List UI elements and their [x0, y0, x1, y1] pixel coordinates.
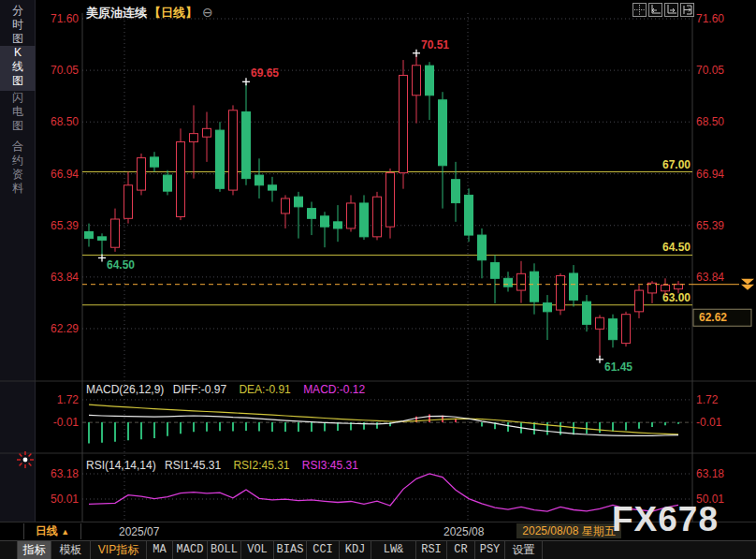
candle-up	[635, 285, 644, 318]
tab-kdj[interactable]: KDJ	[340, 541, 371, 559]
candle-down	[583, 295, 591, 331]
tab-settings[interactable]: 设置	[505, 541, 543, 559]
tab-rsi[interactable]: RSI	[416, 541, 447, 559]
candle-down	[216, 122, 225, 192]
candle-down	[531, 263, 539, 314]
time-tick-aug: 2025/08	[443, 525, 484, 538]
price-axis-label-right: 65.39	[696, 219, 724, 232]
tab-vol[interactable]: VOL	[241, 541, 274, 559]
rsi-axis-label-right: 50.01	[696, 493, 724, 506]
candle-up	[138, 154, 146, 195]
instrument-title: 美原油连续	[86, 6, 147, 20]
candle-down	[504, 272, 513, 291]
extreme-cross-icon	[242, 78, 250, 85]
period-label: 日线	[36, 524, 58, 537]
price-annotation: 70.51	[421, 38, 449, 51]
candle-down	[609, 315, 618, 348]
chart-canvas[interactable]: 71.6070.0568.5066.9465.3963.8462.2971.60…	[0, 0, 756, 559]
chart-title-bar: 美原油连续【日线】⊖	[86, 5, 213, 22]
scroll-to-latest-icon[interactable]	[741, 285, 754, 290]
tab-boll[interactable]: BOLL	[208, 541, 241, 559]
candle-down	[308, 202, 316, 236]
rsi-axis-label-right: 63.18	[696, 467, 724, 480]
tab-vip-indicator[interactable]: VIP指标	[91, 541, 147, 559]
price-level-label: 64.50	[662, 241, 691, 254]
time-axis-row: 日线 ▲ 2025/07 2025/08 2025/08/08 星期五	[0, 522, 756, 540]
zoom-out-icon[interactable]: ⊖	[202, 5, 213, 20]
extreme-cross-icon	[596, 356, 603, 363]
macd-diff-value: DIFF:-0.97	[173, 383, 226, 396]
tab-psy[interactable]: PSY	[475, 541, 505, 559]
tab-indicator[interactable]: 指标	[17, 541, 51, 559]
price-annotation: 64.50	[107, 258, 135, 272]
period-tag: 【日线】	[149, 6, 197, 20]
rsi-name-label: RSI(14,14,14)	[86, 459, 156, 472]
candle-down	[452, 162, 460, 222]
macd-axis-label-left: 1.72	[57, 393, 80, 406]
candle-down	[478, 228, 487, 278]
tab-bias[interactable]: BIAS	[274, 541, 307, 559]
price-axis-label-left: 62.29	[51, 322, 79, 335]
macd-axis-label-right: 1.72	[696, 393, 719, 406]
candle-up	[111, 209, 120, 252]
macd-macd-value: MACD:-0.12	[303, 383, 365, 396]
price-axis-label-right: 66.94	[696, 168, 724, 181]
macd-name-label: MACD(26,12,9)	[86, 383, 164, 396]
tab-lwr[interactable]: LW&	[371, 541, 416, 559]
crosshair-icon[interactable]	[632, 3, 647, 17]
macd-axis-label-right: -0.01	[696, 416, 722, 429]
rsi3-value: RSI3:45.31	[302, 459, 358, 472]
candle-up	[373, 192, 382, 241]
candle-down	[321, 212, 329, 247]
candle-up	[203, 112, 211, 162]
candle-down	[491, 255, 500, 303]
axis-scale-left-icon[interactable]	[648, 3, 662, 17]
price-axis-label-left: 71.60	[51, 12, 79, 25]
price-axis-label-left: 63.84	[51, 271, 79, 284]
scroll-to-latest-icon[interactable]	[741, 279, 754, 285]
period-arrow-icon: ▲	[61, 527, 69, 537]
candle-up	[347, 195, 356, 231]
candle-down	[465, 188, 473, 242]
macd-diff-line	[89, 415, 678, 435]
macd-dea-value: DEA:-0.91	[239, 383, 290, 396]
rsi2-value: RSI2:45.31	[233, 459, 289, 472]
axis-scale-right-icon[interactable]	[664, 3, 678, 17]
period-selector[interactable]: 日线 ▲	[23, 523, 81, 539]
price-axis-label-right: 63.84	[696, 271, 724, 284]
candle-down	[164, 170, 172, 196]
candle-up	[229, 105, 238, 195]
current-date-label: 2025/08/08 星期五	[516, 523, 621, 538]
candle-up	[190, 105, 198, 178]
pane-shift-icon[interactable]	[680, 3, 694, 17]
candle-down	[439, 92, 447, 208]
candle-up	[386, 169, 395, 239]
candle-down	[151, 152, 159, 171]
tab-macd[interactable]: MACD	[173, 541, 208, 559]
candle-down	[426, 62, 434, 120]
candle-down	[98, 233, 107, 255]
price-axis-label-left: 70.05	[51, 64, 79, 77]
rsi-line	[89, 474, 678, 511]
candle-down	[255, 158, 264, 199]
indicator-tab-bar: 指标模板VIP指标MAMACDBOLLVOLBIASCCIKDJLW&RSICR…	[0, 540, 756, 559]
candle-down	[85, 224, 94, 247]
tab-cci[interactable]: CCI	[307, 541, 340, 559]
macd-axis-label-left: -0.01	[53, 416, 80, 429]
price-axis-label-left: 65.39	[51, 219, 79, 232]
app-window: 分时图K线图闪电图合约资料 71.6070.0568.5066.9465.396…	[0, 0, 756, 559]
candle-down	[334, 205, 342, 242]
rsi1-value: RSI1:45.31	[165, 459, 221, 472]
candle-up	[622, 312, 631, 346]
candle-up	[596, 315, 604, 356]
price-annotation: 61.45	[604, 360, 632, 374]
macd-header: MACD(26,12,9) DIFF:-0.97 DEA:-0.91 MACD:…	[86, 383, 365, 396]
tab-template[interactable]: 模板	[51, 541, 91, 559]
time-tick-jul: 2025/07	[119, 525, 159, 538]
price-axis-label-right: 70.05	[696, 64, 724, 77]
tab-cr[interactable]: CR	[447, 541, 475, 559]
rsi-axis-label-left: 50.01	[51, 493, 79, 506]
candle-up	[124, 172, 133, 224]
tab-ma[interactable]: MA	[147, 541, 173, 559]
candle-up	[557, 273, 565, 315]
